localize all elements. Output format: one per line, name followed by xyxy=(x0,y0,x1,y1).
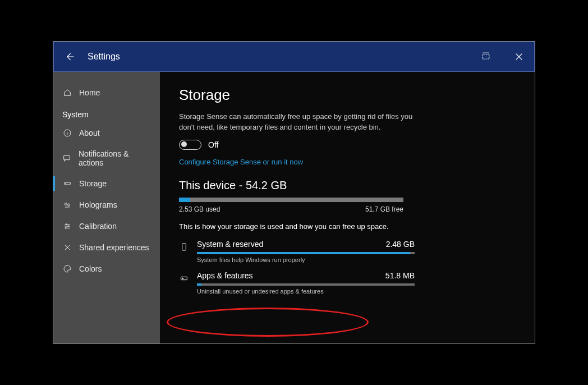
category-size: 51.8 MB xyxy=(385,271,415,280)
window-title: Settings xyxy=(88,52,120,62)
sidebar-item-label: About xyxy=(79,129,100,138)
palette-icon xyxy=(62,264,72,274)
share-icon xyxy=(62,242,72,253)
sidebar-item-label: Home xyxy=(79,88,100,97)
sidebar-item-label: Colors xyxy=(79,264,102,273)
category-bar xyxy=(197,252,415,254)
sidebar-item-colors[interactable]: Colors xyxy=(53,258,160,279)
follow-me-button[interactable] xyxy=(480,51,491,62)
sidebar-section-system: System xyxy=(53,103,160,122)
sidebar: Home System About Notifications & action… xyxy=(53,72,160,343)
usage-explanation: This is how your storage is used and how… xyxy=(179,222,516,231)
sidebar-item-label: Calibration xyxy=(79,222,117,231)
category-size: 2.48 GB xyxy=(386,240,415,249)
window-frame-icon xyxy=(480,51,491,62)
category-name: System & reserved xyxy=(197,240,263,249)
close-icon xyxy=(514,52,524,62)
device-usage-legend: 2.53 GB used 51.7 GB free xyxy=(179,205,403,213)
sidebar-item-home[interactable]: Home xyxy=(53,82,160,103)
sidebar-item-notifications[interactable]: Notifications & actions xyxy=(53,144,160,173)
drive-icon xyxy=(62,178,72,189)
svg-point-4 xyxy=(66,183,66,184)
used-label: 2.53 GB used xyxy=(179,205,220,213)
sidebar-item-label: Notifications & actions xyxy=(79,149,151,167)
sidebar-item-label: Shared experiences xyxy=(79,243,149,252)
category-bar xyxy=(197,283,415,286)
sidebar-item-calibration[interactable]: Calibration xyxy=(53,216,160,237)
annotation-ellipse xyxy=(167,308,369,337)
category-fill xyxy=(197,283,201,286)
svg-point-5 xyxy=(65,203,67,205)
home-icon xyxy=(62,88,72,98)
titlebar: Settings xyxy=(53,42,535,72)
device-heading: This device - 54.2 GB xyxy=(179,179,516,192)
category-fill xyxy=(197,252,410,254)
svg-rect-11 xyxy=(181,277,187,279)
sliders-icon xyxy=(62,221,72,231)
svg-point-6 xyxy=(68,204,70,206)
category-name: Apps & features xyxy=(197,271,253,280)
free-label: 51.7 GB free xyxy=(365,205,403,213)
content-pane: Storage Storage Sense can automatically … xyxy=(160,72,535,343)
apps-icon xyxy=(179,271,189,285)
device-usage-bar xyxy=(179,198,403,202)
category-sub: System files help Windows run properly xyxy=(197,256,415,263)
sidebar-item-about[interactable]: About xyxy=(53,122,160,144)
svg-rect-0 xyxy=(483,54,489,59)
sidebar-item-label: Holograms xyxy=(79,200,117,209)
arrow-left-icon xyxy=(64,51,75,62)
sidebar-item-holograms[interactable]: Holograms xyxy=(53,194,160,216)
window-body: Home System About Notifications & action… xyxy=(53,72,535,343)
configure-storage-sense-link[interactable]: Configure Storage Sense or run it now xyxy=(179,158,303,166)
device-icon xyxy=(179,240,189,253)
close-button[interactable] xyxy=(514,52,524,62)
toggle-state-label: Off xyxy=(208,140,218,149)
storage-sense-toggle[interactable]: Off xyxy=(179,140,516,150)
storage-sense-description: Storage Sense can automatically free up … xyxy=(179,112,415,133)
sidebar-item-shared[interactable]: Shared experiences xyxy=(53,237,160,258)
page-heading: Storage xyxy=(179,86,516,104)
sidebar-item-storage[interactable]: Storage xyxy=(53,173,160,194)
holograms-icon xyxy=(62,200,72,210)
svg-rect-10 xyxy=(182,244,186,250)
category-system-reserved[interactable]: System & reserved 2.48 GB System files h… xyxy=(179,236,415,268)
svg-rect-2 xyxy=(64,155,70,159)
toggle-switch[interactable] xyxy=(179,140,201,150)
back-button[interactable] xyxy=(64,51,75,62)
sidebar-item-label: Storage xyxy=(79,179,107,188)
settings-window: Settings Home System About xyxy=(53,41,535,344)
category-apps-features[interactable]: Apps & features 51.8 MB Uninstall unused… xyxy=(179,268,415,299)
category-sub: Uninstall unused or undesired apps & fea… xyxy=(197,288,415,295)
comment-icon xyxy=(62,153,72,163)
info-icon xyxy=(62,128,72,138)
device-usage-fill xyxy=(179,198,190,202)
